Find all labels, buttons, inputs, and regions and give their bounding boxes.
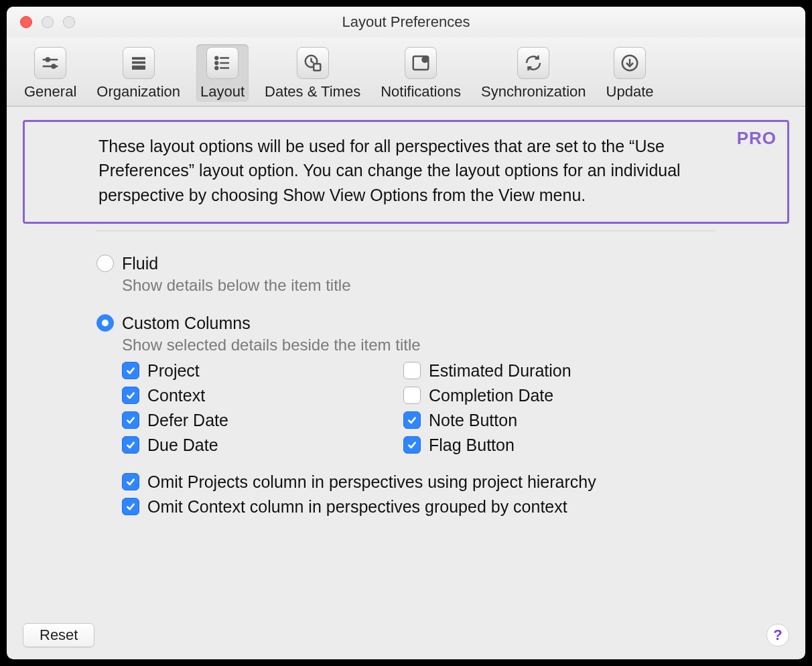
svg-point-7 [215, 57, 218, 60]
info-text: These layout options will be used for al… [98, 134, 714, 207]
checkbox-project-row[interactable]: Project [122, 361, 363, 381]
checkbox-completion-date-checkbox[interactable] [403, 387, 421, 404]
checkbox-due-date-row[interactable]: Due Date [122, 436, 363, 455]
radio-fluid-desc: Show details below the item title [122, 276, 789, 295]
svg-point-11 [215, 67, 218, 70]
radio-custom-row[interactable]: Custom Columns [96, 314, 789, 333]
radio-fluid-label: Fluid [122, 254, 158, 273]
layout-options: Fluid Show details below the item title … [23, 254, 789, 517]
radio-custom-columns[interactable] [96, 314, 114, 332]
tab-layout[interactable]: Layout [196, 44, 249, 102]
radio-custom-desc: Show selected details beside the item ti… [122, 336, 789, 354]
list-icon [206, 47, 239, 79]
footer: Reset ? [23, 615, 789, 647]
checkbox-defer-date-checkbox[interactable] [122, 411, 139, 429]
checkbox-project-checkbox[interactable] [122, 362, 139, 379]
tab-general[interactable]: General [20, 44, 80, 102]
column-right: Estimated DurationCompletion DateNote Bu… [403, 361, 645, 455]
checkbox-flag-button-label: Flag Button [429, 436, 515, 455]
svg-rect-4 [132, 57, 145, 60]
checkbox-due-date-checkbox[interactable] [122, 436, 139, 454]
checkbox-note-button-row[interactable]: Note Button [403, 411, 645, 430]
tab-dates-times[interactable]: Dates & Times [261, 44, 364, 102]
tab-label: Dates & Times [265, 83, 360, 101]
checkbox-omit-0-label: Omit Projects column in perspectives usi… [147, 472, 596, 492]
tab-synchronization[interactable]: Synchronization [477, 44, 590, 102]
checkbox-note-button-label: Note Button [429, 411, 517, 430]
svg-rect-14 [314, 64, 320, 70]
checkbox-completion-date-label: Completion Date [429, 386, 553, 405]
tab-label: Synchronization [481, 83, 586, 101]
svg-point-16 [423, 57, 428, 62]
stack-icon [123, 47, 155, 79]
sliders-icon [34, 47, 66, 79]
checkbox-flag-button-checkbox[interactable] [403, 436, 421, 454]
checkbox-completion-date-row[interactable]: Completion Date [403, 386, 645, 405]
separator [96, 230, 716, 231]
pro-badge: PRO [737, 126, 776, 151]
checkbox-omit-1-label: Omit Context column in perspectives grou… [147, 497, 567, 517]
content-area: PRO These layout options will be used fo… [7, 107, 805, 659]
tab-organization[interactable]: Organization [92, 44, 184, 102]
clock-calendar-icon [297, 47, 329, 79]
checkbox-context-checkbox[interactable] [122, 387, 139, 404]
checkbox-omit-1-row[interactable]: Omit Context column in perspectives grou… [122, 497, 789, 517]
tab-label: Organization [96, 83, 180, 101]
tab-label: Layout [200, 83, 245, 101]
svg-point-3 [52, 65, 56, 68]
reset-button[interactable]: Reset [23, 623, 94, 647]
checkbox-due-date-label: Due Date [147, 436, 218, 455]
checkbox-omit-0-row[interactable]: Omit Projects column in perspectives usi… [122, 472, 789, 492]
column-checkboxes: ProjectContextDefer DateDue Date Estimat… [122, 361, 789, 455]
checkbox-project-label: Project [147, 361, 200, 381]
checkbox-flag-button-row[interactable]: Flag Button [403, 436, 645, 455]
column-left: ProjectContextDefer DateDue Date [122, 361, 363, 455]
checkbox-defer-date-row[interactable]: Defer Date [122, 411, 363, 430]
download-icon [614, 47, 646, 79]
omit-options: Omit Projects column in perspectives usi… [122, 472, 789, 517]
tab-update[interactable]: Update [602, 44, 658, 102]
tab-label: General [24, 83, 76, 101]
notification-icon [405, 47, 437, 79]
checkbox-estimated-duration-checkbox[interactable] [403, 362, 421, 379]
checkbox-omit-0-checkbox[interactable] [122, 473, 139, 490]
tab-notifications[interactable]: Notifications [377, 44, 465, 102]
tab-label: Notifications [381, 83, 461, 101]
titlebar: Layout Preferences [7, 7, 805, 38]
window-title: Layout Preferences [7, 13, 805, 31]
checkbox-defer-date-label: Defer Date [147, 411, 228, 430]
checkbox-note-button-checkbox[interactable] [403, 411, 421, 429]
preferences-window: Layout Preferences General Organization … [7, 7, 805, 659]
radio-custom-label: Custom Columns [122, 314, 251, 333]
svg-rect-6 [132, 66, 145, 70]
svg-point-9 [215, 62, 218, 64]
preferences-toolbar: General Organization Layout Dates & Time… [7, 38, 805, 107]
help-button[interactable]: ? [766, 624, 789, 647]
svg-rect-5 [132, 62, 145, 64]
checkbox-context-row[interactable]: Context [122, 386, 363, 405]
radio-fluid[interactable] [96, 255, 114, 272]
radio-fluid-row[interactable]: Fluid [96, 254, 789, 273]
checkbox-estimated-duration-label: Estimated Duration [429, 361, 571, 381]
sync-icon [517, 47, 549, 79]
tab-label: Update [606, 83, 654, 101]
checkbox-context-label: Context [147, 386, 205, 405]
info-callout: PRO These layout options will be used fo… [23, 120, 789, 224]
checkbox-omit-1-checkbox[interactable] [122, 498, 139, 515]
svg-point-1 [46, 58, 50, 62]
checkbox-estimated-duration-row[interactable]: Estimated Duration [403, 361, 645, 381]
